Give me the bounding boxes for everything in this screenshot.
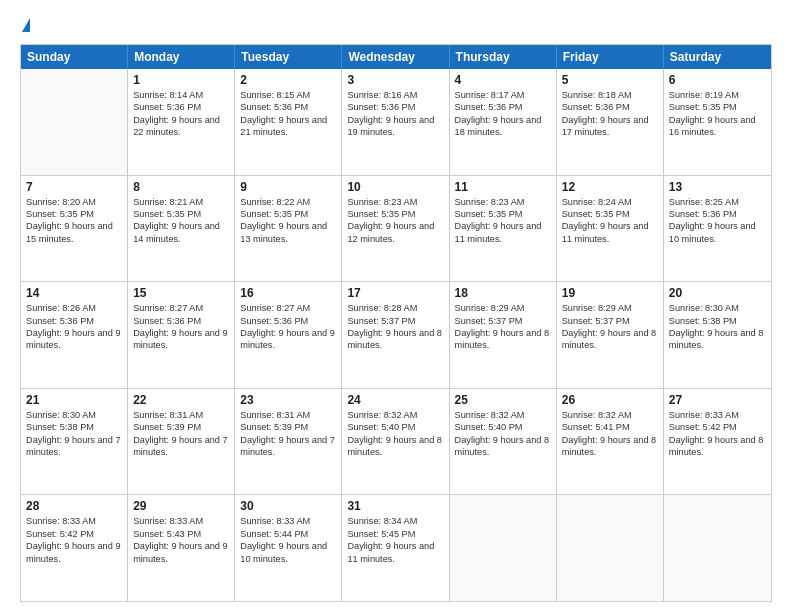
- day-number: 2: [240, 73, 336, 87]
- cell-info: Sunrise: 8:26 AMSunset: 5:36 PMDaylight:…: [26, 302, 122, 352]
- cell-info: Sunrise: 8:30 AMSunset: 5:38 PMDaylight:…: [26, 409, 122, 459]
- day-number: 5: [562, 73, 658, 87]
- day-number: 27: [669, 393, 766, 407]
- day-cell-30: 30Sunrise: 8:33 AMSunset: 5:44 PMDayligh…: [235, 495, 342, 601]
- day-number: 20: [669, 286, 766, 300]
- day-number: 26: [562, 393, 658, 407]
- day-number: 25: [455, 393, 551, 407]
- day-cell-5: 5Sunrise: 8:18 AMSunset: 5:36 PMDaylight…: [557, 69, 664, 175]
- day-cell-11: 11Sunrise: 8:23 AMSunset: 5:35 PMDayligh…: [450, 176, 557, 282]
- day-cell-20: 20Sunrise: 8:30 AMSunset: 5:38 PMDayligh…: [664, 282, 771, 388]
- day-cell-28: 28Sunrise: 8:33 AMSunset: 5:42 PMDayligh…: [21, 495, 128, 601]
- day-number: 24: [347, 393, 443, 407]
- day-cell-3: 3Sunrise: 8:16 AMSunset: 5:36 PMDaylight…: [342, 69, 449, 175]
- cell-info: Sunrise: 8:29 AMSunset: 5:37 PMDaylight:…: [562, 302, 658, 352]
- cell-info: Sunrise: 8:33 AMSunset: 5:43 PMDaylight:…: [133, 515, 229, 565]
- day-cell-15: 15Sunrise: 8:27 AMSunset: 5:36 PMDayligh…: [128, 282, 235, 388]
- cell-info: Sunrise: 8:32 AMSunset: 5:40 PMDaylight:…: [347, 409, 443, 459]
- day-number: 13: [669, 180, 766, 194]
- calendar-week-1: 1Sunrise: 8:14 AMSunset: 5:36 PMDaylight…: [21, 69, 771, 175]
- day-number: 23: [240, 393, 336, 407]
- cell-info: Sunrise: 8:31 AMSunset: 5:39 PMDaylight:…: [240, 409, 336, 459]
- day-number: 17: [347, 286, 443, 300]
- empty-cell: [450, 495, 557, 601]
- cell-info: Sunrise: 8:17 AMSunset: 5:36 PMDaylight:…: [455, 89, 551, 139]
- header-day-sunday: Sunday: [21, 45, 128, 69]
- day-number: 11: [455, 180, 551, 194]
- calendar-week-4: 21Sunrise: 8:30 AMSunset: 5:38 PMDayligh…: [21, 388, 771, 495]
- day-number: 10: [347, 180, 443, 194]
- cell-info: Sunrise: 8:16 AMSunset: 5:36 PMDaylight:…: [347, 89, 443, 139]
- cell-info: Sunrise: 8:33 AMSunset: 5:42 PMDaylight:…: [26, 515, 122, 565]
- day-number: 28: [26, 499, 122, 513]
- cell-info: Sunrise: 8:33 AMSunset: 5:42 PMDaylight:…: [669, 409, 766, 459]
- day-number: 18: [455, 286, 551, 300]
- cell-info: Sunrise: 8:15 AMSunset: 5:36 PMDaylight:…: [240, 89, 336, 139]
- cell-info: Sunrise: 8:34 AMSunset: 5:45 PMDaylight:…: [347, 515, 443, 565]
- day-cell-4: 4Sunrise: 8:17 AMSunset: 5:36 PMDaylight…: [450, 69, 557, 175]
- calendar-week-5: 28Sunrise: 8:33 AMSunset: 5:42 PMDayligh…: [21, 494, 771, 601]
- day-cell-18: 18Sunrise: 8:29 AMSunset: 5:37 PMDayligh…: [450, 282, 557, 388]
- day-cell-14: 14Sunrise: 8:26 AMSunset: 5:36 PMDayligh…: [21, 282, 128, 388]
- day-cell-23: 23Sunrise: 8:31 AMSunset: 5:39 PMDayligh…: [235, 389, 342, 495]
- day-number: 1: [133, 73, 229, 87]
- cell-info: Sunrise: 8:32 AMSunset: 5:41 PMDaylight:…: [562, 409, 658, 459]
- day-cell-7: 7Sunrise: 8:20 AMSunset: 5:35 PMDaylight…: [21, 176, 128, 282]
- day-number: 9: [240, 180, 336, 194]
- day-number: 15: [133, 286, 229, 300]
- logo: [20, 18, 30, 34]
- day-number: 19: [562, 286, 658, 300]
- header-day-thursday: Thursday: [450, 45, 557, 69]
- day-cell-25: 25Sunrise: 8:32 AMSunset: 5:40 PMDayligh…: [450, 389, 557, 495]
- day-cell-26: 26Sunrise: 8:32 AMSunset: 5:41 PMDayligh…: [557, 389, 664, 495]
- header-day-wednesday: Wednesday: [342, 45, 449, 69]
- cell-info: Sunrise: 8:33 AMSunset: 5:44 PMDaylight:…: [240, 515, 336, 565]
- cell-info: Sunrise: 8:27 AMSunset: 5:36 PMDaylight:…: [240, 302, 336, 352]
- cell-info: Sunrise: 8:24 AMSunset: 5:35 PMDaylight:…: [562, 196, 658, 246]
- day-cell-9: 9Sunrise: 8:22 AMSunset: 5:35 PMDaylight…: [235, 176, 342, 282]
- calendar-week-3: 14Sunrise: 8:26 AMSunset: 5:36 PMDayligh…: [21, 281, 771, 388]
- day-cell-13: 13Sunrise: 8:25 AMSunset: 5:36 PMDayligh…: [664, 176, 771, 282]
- day-number: 6: [669, 73, 766, 87]
- day-cell-17: 17Sunrise: 8:28 AMSunset: 5:37 PMDayligh…: [342, 282, 449, 388]
- day-cell-22: 22Sunrise: 8:31 AMSunset: 5:39 PMDayligh…: [128, 389, 235, 495]
- cell-info: Sunrise: 8:21 AMSunset: 5:35 PMDaylight:…: [133, 196, 229, 246]
- cell-info: Sunrise: 8:29 AMSunset: 5:37 PMDaylight:…: [455, 302, 551, 352]
- day-cell-2: 2Sunrise: 8:15 AMSunset: 5:36 PMDaylight…: [235, 69, 342, 175]
- day-number: 31: [347, 499, 443, 513]
- day-cell-10: 10Sunrise: 8:23 AMSunset: 5:35 PMDayligh…: [342, 176, 449, 282]
- empty-cell: [21, 69, 128, 175]
- day-number: 8: [133, 180, 229, 194]
- empty-cell: [557, 495, 664, 601]
- day-number: 21: [26, 393, 122, 407]
- cell-info: Sunrise: 8:23 AMSunset: 5:35 PMDaylight:…: [455, 196, 551, 246]
- cell-info: Sunrise: 8:30 AMSunset: 5:38 PMDaylight:…: [669, 302, 766, 352]
- header: [20, 18, 772, 34]
- day-cell-29: 29Sunrise: 8:33 AMSunset: 5:43 PMDayligh…: [128, 495, 235, 601]
- cell-info: Sunrise: 8:25 AMSunset: 5:36 PMDaylight:…: [669, 196, 766, 246]
- header-day-tuesday: Tuesday: [235, 45, 342, 69]
- cell-info: Sunrise: 8:31 AMSunset: 5:39 PMDaylight:…: [133, 409, 229, 459]
- cell-info: Sunrise: 8:19 AMSunset: 5:35 PMDaylight:…: [669, 89, 766, 139]
- day-number: 30: [240, 499, 336, 513]
- day-cell-21: 21Sunrise: 8:30 AMSunset: 5:38 PMDayligh…: [21, 389, 128, 495]
- empty-cell: [664, 495, 771, 601]
- day-cell-6: 6Sunrise: 8:19 AMSunset: 5:35 PMDaylight…: [664, 69, 771, 175]
- cell-info: Sunrise: 8:20 AMSunset: 5:35 PMDaylight:…: [26, 196, 122, 246]
- day-number: 16: [240, 286, 336, 300]
- cell-info: Sunrise: 8:32 AMSunset: 5:40 PMDaylight:…: [455, 409, 551, 459]
- cell-info: Sunrise: 8:28 AMSunset: 5:37 PMDaylight:…: [347, 302, 443, 352]
- day-cell-19: 19Sunrise: 8:29 AMSunset: 5:37 PMDayligh…: [557, 282, 664, 388]
- day-cell-8: 8Sunrise: 8:21 AMSunset: 5:35 PMDaylight…: [128, 176, 235, 282]
- day-number: 22: [133, 393, 229, 407]
- day-cell-12: 12Sunrise: 8:24 AMSunset: 5:35 PMDayligh…: [557, 176, 664, 282]
- day-cell-31: 31Sunrise: 8:34 AMSunset: 5:45 PMDayligh…: [342, 495, 449, 601]
- page: SundayMondayTuesdayWednesdayThursdayFrid…: [0, 0, 792, 612]
- day-number: 4: [455, 73, 551, 87]
- day-number: 12: [562, 180, 658, 194]
- day-cell-16: 16Sunrise: 8:27 AMSunset: 5:36 PMDayligh…: [235, 282, 342, 388]
- header-day-monday: Monday: [128, 45, 235, 69]
- cell-info: Sunrise: 8:22 AMSunset: 5:35 PMDaylight:…: [240, 196, 336, 246]
- day-number: 3: [347, 73, 443, 87]
- day-number: 29: [133, 499, 229, 513]
